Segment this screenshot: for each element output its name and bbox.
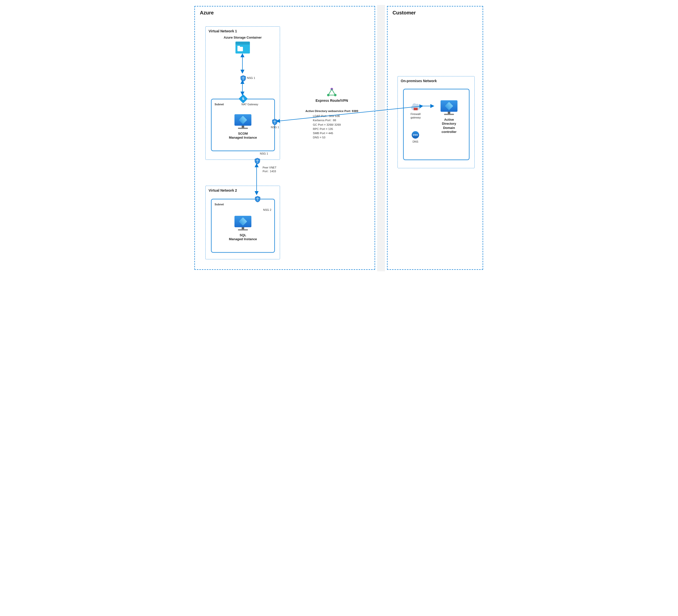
scom-label-2: Managed Instance <box>229 136 257 140</box>
nsg2-label: NSG 2 <box>263 208 271 211</box>
monitor-icon <box>234 216 252 231</box>
addc1: Active <box>444 118 454 121</box>
vnet1-box: Virtual Network 1 Azure Storage Containe… <box>205 26 280 160</box>
expressroute-icon <box>327 88 337 97</box>
subnet1-label: Subnet <box>215 103 224 106</box>
addc3: Domain <box>443 126 455 130</box>
addc2: Directory <box>442 122 456 125</box>
er-ports: LDAP Port : 389/ 636 Kerberos Port : 88 … <box>299 114 364 140</box>
fw-l1: Firewall/ <box>411 113 421 115</box>
vnet2-title: Virtual Network 2 <box>205 186 280 192</box>
monitor-icon <box>440 100 458 115</box>
port-dns: DNS = 53 <box>313 136 364 140</box>
onprem-box: On-premises Network Firewall/ gateway DN… <box>398 76 475 168</box>
dns-block: DNS DNS <box>412 131 419 143</box>
nat-label: NAT Gateway <box>241 103 258 106</box>
azure-title: Azure <box>200 10 214 16</box>
peer-l1: Peer VNET <box>263 166 276 169</box>
region-divider <box>377 5 385 271</box>
vnet1-title: Virtual Network 1 <box>205 27 280 33</box>
architecture-diagram: Azure Virtual Network 1 Azure Storage Co… <box>193 5 485 271</box>
nsg2-shield <box>255 196 260 203</box>
vnet2-box: Virtual Network 2 Subnet NSG 2 SQL Manag… <box>205 186 280 259</box>
peering-label: Peer VNET Port : 1433 <box>263 166 276 174</box>
storage-label: Azure Storage Container <box>205 36 280 40</box>
scom-block: SCOM Managed Instance <box>212 114 274 140</box>
sql-label-2: Managed Instance <box>229 237 257 241</box>
port-smb: SMB Port = 445 <box>313 131 364 136</box>
er-header: Active Directory webservice Port: 9389 <box>299 110 364 113</box>
onprem-title: On-premises Network <box>398 76 475 83</box>
nsg1-bottom-shield <box>255 158 260 165</box>
firewall-icon <box>411 105 420 111</box>
dns-icon: DNS <box>412 131 419 139</box>
port-rpc: RPC Port = 135 <box>313 127 364 131</box>
dns-label: DNS <box>412 140 419 143</box>
storage-block: Azure Storage Container <box>205 36 280 53</box>
monitor-icon <box>234 114 252 129</box>
storage-icon <box>235 42 250 53</box>
scom-label-1: SCOM <box>238 132 248 136</box>
nsg1-right-shield <box>272 119 277 126</box>
peer-l2: Port : 1433 <box>263 170 276 173</box>
subnet1-box: Subnet NAT Gateway SCOM Managed Instance <box>211 99 275 151</box>
customer-region: Customer On-premises Network Firewall/ g… <box>387 6 483 270</box>
port-kerberos: Kerberos Port : 88 <box>313 118 364 122</box>
er-title: Express Route/VPN <box>299 99 364 103</box>
nsg1-top-label: NSG 1 <box>247 76 255 79</box>
onprem-inner: Firewall/ gateway DNS DNS Acti <box>403 89 469 160</box>
firewall-block: Firewall/ gateway <box>408 105 423 119</box>
nat-icon: ⇅ <box>240 95 247 102</box>
subnet2-box: Subnet NSG 2 SQL Managed Instance <box>211 199 275 253</box>
addc4: controller <box>442 130 456 133</box>
addc-block: Active Directory Domain controller <box>434 100 464 134</box>
sql-block: SQL Managed Instance <box>212 216 274 241</box>
nsg1-bottom-label: NSG 1 <box>260 152 268 155</box>
port-ldap: LDAP Port : 389/ 636 <box>313 114 364 118</box>
fw-l2: gateway <box>411 116 421 119</box>
nsg1-right-label: NSG 1 <box>271 126 279 129</box>
sql-label-1: SQL <box>240 233 247 237</box>
customer-title: Customer <box>392 10 416 16</box>
port-gc: GC Port = 3268/ 3269 <box>313 123 364 127</box>
nsg1-top-shield <box>240 75 246 83</box>
subnet2-label: Subnet <box>215 203 224 206</box>
expressroute-block: Express Route/VPN Active Directory webse… <box>299 88 364 140</box>
